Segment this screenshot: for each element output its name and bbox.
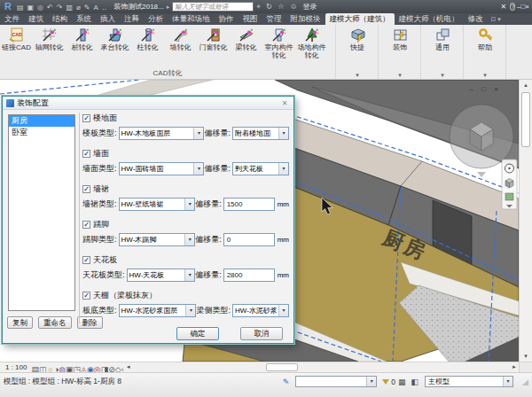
search-icon[interactable]: ⌖: [256, 2, 261, 11]
title-expand-icon[interactable]: ▸: [167, 4, 170, 11]
horizontal-scroll-thumb[interactable]: [266, 363, 298, 371]
type-dropdown[interactable]: HW-水泥砂浆面层▾: [119, 304, 197, 317]
open-icon[interactable]: ▤: [17, 4, 24, 12]
ribbon-button-deco[interactable]: 装饰: [379, 25, 420, 52]
design-options-icon[interactable]: ▦: [398, 378, 406, 386]
search-input[interactable]: [172, 2, 254, 12]
measure-icon[interactable]: ⌀: [76, 4, 81, 12]
checkbox[interactable]: ✓: [82, 150, 90, 158]
type-dropdown[interactable]: HW-天花板▾: [127, 269, 196, 282]
editable-only-icon[interactable]: ✎: [283, 378, 290, 386]
filter-icon[interactable]: [382, 379, 389, 385]
ribbon-button-wall[interactable]: 墙转化: [164, 25, 197, 59]
tab-9[interactable]: 视图: [239, 13, 262, 25]
view-minimize-button[interactable]: ‒: [467, 85, 475, 93]
checkbox[interactable]: ✓: [82, 185, 90, 193]
type-dropdown[interactable]: HW-木踢脚▾: [119, 233, 196, 246]
exchange-apps-icon[interactable]: ✕: [500, 3, 506, 11]
tab-1[interactable]: 建筑: [24, 13, 48, 25]
ribbon-button-pile[interactable]: 桩转化: [66, 25, 98, 59]
offset-dropdown[interactable]: 到天花板▾: [232, 162, 289, 175]
design-option-dropdown[interactable]: 主模型▾: [425, 376, 513, 387]
checkbox[interactable]: ✓: [82, 292, 90, 300]
tab-5[interactable]: 注释: [120, 13, 144, 25]
exclude-options-icon[interactable]: ◧: [411, 378, 419, 386]
rename-button[interactable]: 重命名: [38, 316, 72, 329]
tab-11[interactable]: 附加模块: [286, 13, 325, 25]
vertical-scrollbar[interactable]: ▲ ▼: [519, 80, 532, 362]
room-list[interactable]: 厨房卧室: [8, 114, 75, 311]
help-icon[interactable]: ?: [510, 3, 515, 11]
text-icon[interactable]: A: [94, 4, 98, 12]
tab-12[interactable]: 建模大师（建筑）: [325, 13, 395, 25]
tab-8[interactable]: 协作: [215, 13, 239, 25]
favorites-icon[interactable]: ☆: [278, 2, 285, 11]
sync-icon[interactable]: ◎: [37, 4, 43, 12]
scroll-left-icon[interactable]: ◄: [126, 362, 131, 372]
redo-icon[interactable]: ↷: [57, 4, 63, 12]
ribbon-display-toggle-icon[interactable]: ⊡ ▾: [488, 13, 505, 25]
view-close-button[interactable]: ×: [492, 85, 500, 93]
vertical-scroll-thumb[interactable]: [521, 92, 530, 147]
offset-dropdown[interactable]: HW-水泥砂浆▾: [232, 304, 289, 317]
panel-expander-icon[interactable]: ▾: [465, 72, 505, 79]
view-scale[interactable]: 1 : 100: [5, 363, 27, 371]
ribbon-button-interior[interactable]: 室内构件转化: [262, 25, 295, 59]
scroll-right-icon[interactable]: ►: [512, 362, 517, 372]
tab-6[interactable]: 分析: [144, 13, 168, 25]
subscription-icon[interactable]: ↻: [266, 2, 272, 11]
print-icon[interactable]: ▥: [66, 4, 73, 12]
ribbon-button-quick[interactable]: 快捷: [337, 25, 378, 52]
view-restore-button[interactable]: □: [480, 85, 488, 93]
ribbon-button-site[interactable]: 场地构件转化: [295, 25, 328, 59]
tab-14[interactable]: 修改: [464, 13, 488, 25]
offset-input[interactable]: 1500: [223, 198, 275, 211]
tab-3[interactable]: 系统: [72, 13, 96, 25]
more-tools-icon[interactable]: ‥: [102, 4, 106, 12]
workset-dropdown[interactable]: ▾: [295, 376, 377, 387]
type-dropdown[interactable]: HW-壁纸墙裙▾: [119, 198, 196, 211]
scroll-up-icon[interactable]: ▲: [520, 80, 532, 90]
ribbon-button-window[interactable]: 门窗转化: [197, 25, 230, 59]
horizontal-scrollbar[interactable]: ◄ ►: [124, 362, 519, 372]
dialog-close-icon[interactable]: ✕: [279, 99, 290, 107]
cancel-button[interactable]: 取消: [240, 327, 283, 340]
resize-grip[interactable]: ◢: [522, 378, 528, 386]
signin-button[interactable]: 登录: [302, 2, 317, 12]
navigation-bar[interactable]: [502, 160, 517, 209]
tag-icon[interactable]: ✎: [84, 4, 90, 12]
tab-7[interactable]: 体量和场地: [168, 13, 215, 25]
tab-4[interactable]: 插入: [96, 13, 120, 25]
ribbon-button-general[interactable]: 通用: [422, 25, 463, 52]
save-icon[interactable]: ▣: [27, 4, 35, 12]
panel-expander-icon[interactable]: ▾: [379, 72, 420, 79]
offset-input[interactable]: 0: [223, 233, 275, 246]
ok-button[interactable]: 确定: [176, 327, 219, 340]
ribbon-button-link-cad[interactable]: CAD链接CAD: [0, 25, 33, 59]
undo-icon[interactable]: ↶: [47, 4, 53, 12]
tab-2[interactable]: 结构: [48, 13, 72, 25]
ribbon-button-beam[interactable]: 梁转化: [230, 25, 262, 59]
copy-button[interactable]: 复制: [7, 316, 33, 329]
user-icon[interactable]: ☺: [290, 2, 298, 11]
tab-13[interactable]: 建模大师（机电）: [395, 13, 464, 25]
panel-expander-icon[interactable]: ▾: [422, 72, 463, 79]
ribbon-button-column[interactable]: 柱转化: [131, 25, 164, 59]
checkbox[interactable]: ✓: [82, 114, 90, 122]
scroll-down-icon[interactable]: ▼: [520, 351, 532, 362]
ribbon-button-help[interactable]: 帮助: [465, 25, 505, 52]
room-item-0[interactable]: 厨房: [9, 115, 74, 127]
ribbon-button-cap[interactable]: 承台转化: [98, 25, 131, 59]
dialog-title-bar[interactable]: 装饰配置 ✕: [3, 97, 293, 110]
room-item-1[interactable]: 卧室: [9, 127, 74, 138]
panel-expander-icon[interactable]: ▾: [337, 72, 378, 79]
close-button[interactable]: ×: [525, 3, 529, 11]
type-dropdown[interactable]: HW-木地板面层▾: [119, 127, 205, 140]
tab-0[interactable]: 文件: [0, 13, 24, 25]
checkbox[interactable]: ✓: [82, 221, 90, 229]
ribbon-button-axis[interactable]: 轴网转化: [33, 25, 66, 59]
offset-dropdown[interactable]: 附着楼地面▾: [232, 127, 289, 140]
checkbox[interactable]: ✓: [82, 256, 90, 264]
offset-input[interactable]: 2800: [223, 269, 275, 282]
type-dropdown[interactable]: HW-面砖墙面▾: [119, 162, 205, 175]
